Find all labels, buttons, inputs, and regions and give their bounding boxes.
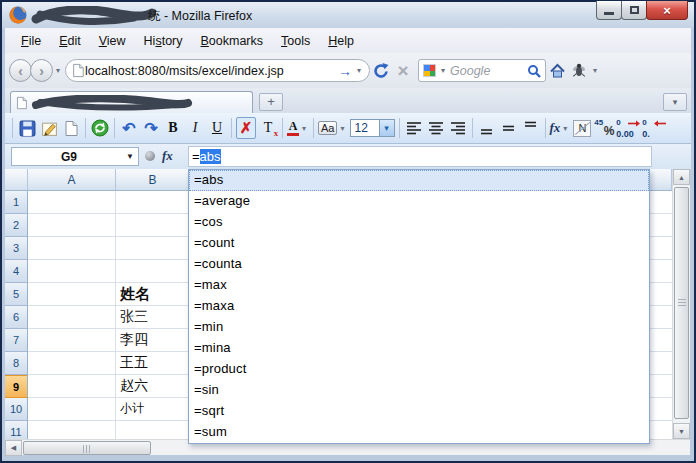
cell-a7[interactable]	[28, 329, 116, 351]
delete-button[interactable]: ✗	[236, 117, 256, 139]
reload-button[interactable]	[370, 59, 392, 83]
new-tab-button[interactable]: +	[259, 93, 283, 111]
menu-view[interactable]: View	[91, 31, 134, 51]
search-engine-caret[interactable]: ▾	[438, 66, 448, 75]
cell-b4[interactable]	[116, 260, 190, 282]
autocomplete-item-min[interactable]: =min	[189, 317, 649, 338]
font-name-button[interactable]: Aa ▾	[318, 117, 347, 139]
restore-button[interactable]	[621, 1, 647, 20]
row-header-1[interactable]: 1	[5, 191, 28, 214]
close-button[interactable]: ×	[646, 1, 688, 20]
fly-icon[interactable]	[568, 59, 590, 83]
insert-function-fx-icon[interactable]: fx	[162, 148, 173, 164]
menu-file[interactable]: File	[13, 31, 49, 51]
new-document-button[interactable]	[61, 117, 81, 139]
autocomplete-item-cos[interactable]: =cos	[189, 212, 649, 233]
row-header-6[interactable]: 6	[5, 306, 28, 329]
menu-history[interactable]: History	[136, 31, 191, 51]
font-color-button[interactable]: A ▾	[287, 117, 309, 139]
cell-a9[interactable]	[28, 375, 116, 397]
cell-b3[interactable]	[116, 237, 190, 259]
cell-b8[interactable]: 王五	[116, 352, 190, 374]
autocomplete-item-sqrt[interactable]: =sqrt	[189, 401, 649, 422]
history-dropdown-caret[interactable]: ▾	[53, 66, 63, 75]
percent-button[interactable]: 45%	[594, 117, 614, 139]
cell-a4[interactable]	[28, 260, 116, 282]
cell-b9[interactable]: 赵六	[116, 375, 190, 397]
title-bar[interactable]: 统 - Mozilla Firefox ×	[2, 2, 694, 28]
align-left-button[interactable]	[404, 117, 424, 139]
autocomplete-item-maxa[interactable]: =maxa	[189, 296, 649, 317]
undo-button[interactable]: ↶	[119, 117, 139, 139]
cell-a2[interactable]	[28, 214, 116, 236]
formula-input[interactable]: =abs	[188, 146, 652, 167]
cell-b10[interactable]: 小计	[116, 398, 190, 420]
bold-button[interactable]: B	[163, 117, 183, 139]
row-header-10[interactable]: 10	[5, 398, 28, 421]
minimize-button[interactable]	[596, 1, 622, 20]
scroll-left-button[interactable]: ◀	[5, 440, 22, 456]
url-dropdown-caret[interactable]: ▾	[354, 66, 364, 75]
back-button[interactable]: ‹	[9, 59, 32, 82]
autocomplete-item-sin[interactable]: =sin	[189, 380, 649, 401]
name-box-caret-icon[interactable]: ▼	[126, 152, 138, 161]
underline-button[interactable]: U	[207, 117, 227, 139]
search-input[interactable]: Google	[450, 64, 525, 78]
cell-a8[interactable]	[28, 352, 116, 374]
autocomplete-item-mina[interactable]: =mina	[189, 338, 649, 359]
stop-button[interactable]: ×	[392, 59, 414, 83]
select-all-corner[interactable]	[5, 169, 28, 191]
vertical-scroll-thumb[interactable]	[674, 187, 689, 419]
autocomplete-item-count[interactable]: =count	[189, 233, 649, 254]
edit-button[interactable]	[39, 117, 59, 139]
autocomplete-item-product[interactable]: =product	[189, 359, 649, 380]
tab-list-button[interactable]: ▾	[663, 93, 687, 111]
autocomplete-item-abs[interactable]: =abs	[189, 170, 649, 191]
cell-b11[interactable]	[116, 421, 190, 439]
cell-b2[interactable]	[116, 214, 190, 236]
row-header-2[interactable]: 2	[5, 214, 28, 237]
name-box[interactable]: G9 ▼	[11, 147, 139, 166]
menu-help[interactable]: Help	[320, 31, 362, 51]
cell-a5[interactable]	[28, 283, 116, 305]
row-header-3[interactable]: 3	[5, 237, 28, 260]
menu-bookmarks[interactable]: Bookmarks	[193, 31, 272, 51]
cell-b1[interactable]	[116, 191, 190, 213]
go-arrow-icon[interactable]: →	[336, 63, 354, 79]
vertical-scrollbar[interactable]: ▲ ▼	[672, 169, 690, 439]
font-size-combo[interactable]: 12 ▾	[350, 119, 395, 137]
column-header-a[interactable]: A	[28, 169, 116, 191]
cell-a6[interactable]	[28, 306, 116, 328]
row-header-8[interactable]: 8	[5, 352, 28, 375]
search-icon[interactable]	[527, 64, 541, 78]
row-header-9-active[interactable]: 9	[5, 375, 28, 398]
decrease-decimal-button[interactable]: 0 0.	[642, 117, 666, 139]
menu-edit[interactable]: Edit	[51, 31, 89, 51]
row-header-4[interactable]: 4	[5, 260, 28, 283]
align-right-button[interactable]	[448, 117, 468, 139]
italic-button[interactable]: I	[185, 117, 205, 139]
cell-a1[interactable]	[28, 191, 116, 213]
cell-b5[interactable]: 姓名	[116, 283, 190, 305]
scroll-down-button[interactable]: ▼	[673, 423, 690, 439]
align-center-button[interactable]	[426, 117, 446, 139]
cell-b6[interactable]: 张三	[116, 306, 190, 328]
active-tab[interactable]	[10, 91, 253, 113]
column-header-b[interactable]: B	[116, 169, 190, 191]
row-header-7[interactable]: 7	[5, 329, 28, 352]
autocomplete-item-max[interactable]: =max	[189, 275, 649, 296]
refresh-button[interactable]	[90, 117, 110, 139]
valign-middle-button[interactable]	[499, 117, 519, 139]
url-input[interactable]: localhost:8080/msits/excel/index.jsp	[85, 64, 336, 78]
horizontal-scroll-thumb[interactable]	[23, 441, 151, 455]
row-header-5[interactable]: 5	[5, 283, 28, 306]
row-header-11[interactable]: 11	[5, 421, 28, 439]
url-bar[interactable]: localhost:8080/msits/excel/index.jsp → ▾	[65, 59, 370, 82]
function-button[interactable]: fx ▾	[550, 117, 571, 139]
autocomplete-item-average[interactable]: =average	[189, 191, 649, 212]
cell-b7[interactable]: 李四	[116, 329, 190, 351]
font-size-input[interactable]: 12	[350, 119, 380, 137]
font-size-caret[interactable]: ▾	[380, 119, 395, 137]
autocomplete-item-counta[interactable]: =counta	[189, 254, 649, 275]
save-button[interactable]	[17, 117, 37, 139]
